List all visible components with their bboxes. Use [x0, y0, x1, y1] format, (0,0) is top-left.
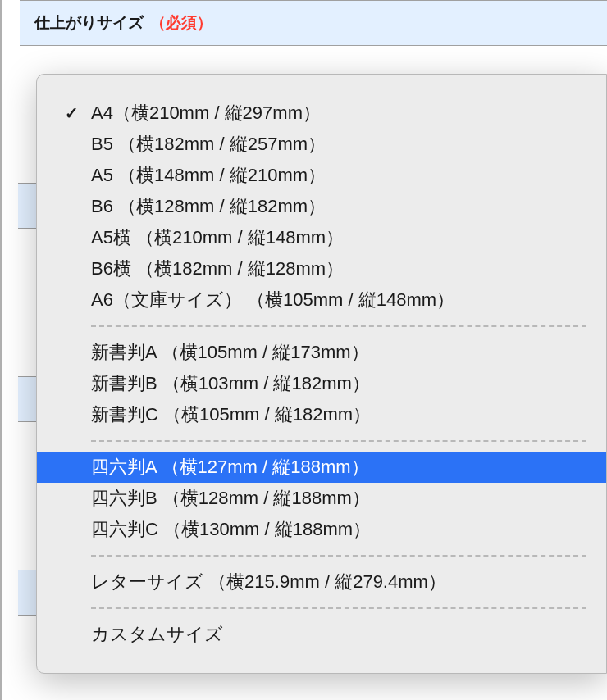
option-label: 新書判C （横105mm / 縦182mm）	[91, 402, 371, 427]
option-label: B6横 （横182mm / 縦128mm）	[91, 257, 344, 281]
size-option[interactable]: レターサイズ （横215.9mm / 縦279.4mm）	[37, 566, 606, 598]
section-label: 仕上がりサイズ	[34, 14, 144, 31]
size-option[interactable]: 四六判B （横128mm / 縦188mm）	[37, 483, 606, 514]
group-divider	[91, 325, 586, 327]
size-option[interactable]: カスタムサイズ	[37, 619, 606, 650]
size-option[interactable]: B5 （横182mm / 縦257mm）	[37, 129, 606, 160]
option-label: レターサイズ （横215.9mm / 縦279.4mm）	[91, 570, 446, 594]
size-option[interactable]: B6 （横128mm / 縦182mm）	[37, 191, 606, 222]
size-option[interactable]: A6（文庫サイズ） （横105mm / 縦148mm）	[37, 284, 606, 316]
group-divider	[91, 440, 586, 442]
group-divider	[91, 555, 586, 557]
size-option[interactable]: A5 （横148mm / 縦210mm）	[37, 160, 606, 191]
option-label: 新書判A （横105mm / 縦173mm）	[91, 340, 369, 365]
size-option[interactable]: ✓A4（横210mm / 縦297mm）	[37, 98, 606, 129]
group-divider	[91, 607, 586, 609]
size-option[interactable]: 新書判C （横105mm / 縦182mm）	[37, 399, 606, 430]
size-option[interactable]: A5横 （横210mm / 縦148mm）	[37, 222, 606, 253]
section-header: 仕上がりサイズ （必須）	[20, 0, 607, 46]
size-option[interactable]: 新書判A （横105mm / 縦173mm）	[37, 337, 606, 368]
option-label: A4（横210mm / 縦297mm）	[91, 101, 321, 125]
option-label: 四六判B （横128mm / 縦188mm）	[91, 486, 370, 511]
option-label: 新書判B （横103mm / 縦182mm）	[91, 371, 370, 396]
check-column: ✓	[52, 103, 91, 123]
option-label: カスタムサイズ	[91, 622, 223, 647]
size-dropdown[interactable]: ✓A4（横210mm / 縦297mm）B5 （横182mm / 縦257mm）…	[36, 74, 607, 674]
option-label: A6（文庫サイズ） （横105mm / 縦148mm）	[91, 288, 454, 312]
size-option[interactable]: B6横 （横182mm / 縦128mm）	[37, 253, 606, 284]
option-label: A5 （横148mm / 縦210mm）	[91, 163, 326, 188]
option-label: B6 （横128mm / 縦182mm）	[91, 194, 326, 219]
size-option[interactable]: 四六判C （横130mm / 縦188mm）	[37, 514, 606, 545]
option-label: B5 （横182mm / 縦257mm）	[91, 132, 326, 157]
size-option[interactable]: 四六判A （横127mm / 縦188mm）	[37, 452, 606, 483]
option-label: 四六判C （横130mm / 縦188mm）	[91, 517, 371, 542]
option-label: A5横 （横210mm / 縦148mm）	[91, 225, 344, 250]
size-option[interactable]: 新書判B （横103mm / 縦182mm）	[37, 368, 606, 399]
option-label: 四六判A （横127mm / 縦188mm）	[91, 455, 369, 480]
required-badge: （必須）	[150, 14, 212, 31]
check-icon: ✓	[65, 103, 79, 123]
